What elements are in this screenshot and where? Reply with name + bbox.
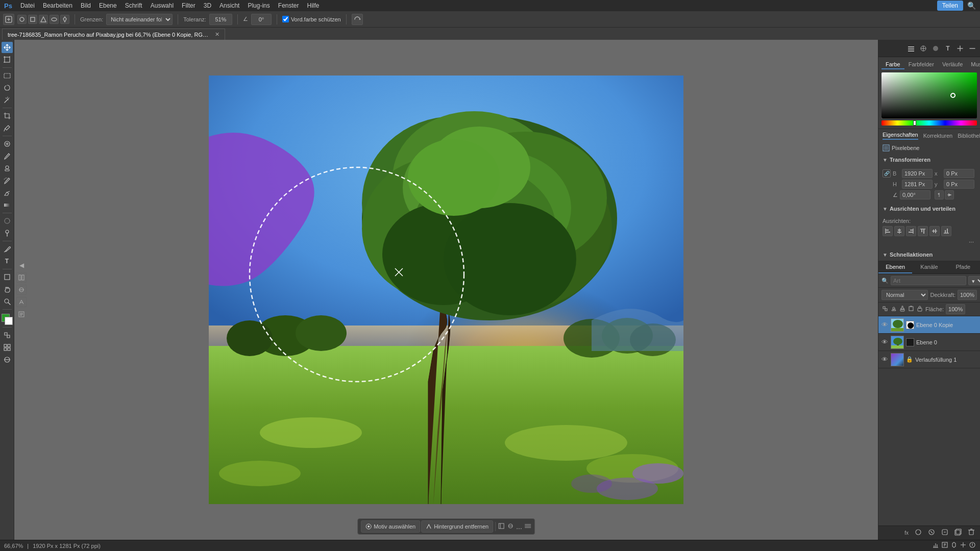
x-input[interactable] <box>944 169 974 178</box>
layer-delete-btn[interactable] <box>966 528 977 538</box>
tool-preset-picker[interactable] <box>3 14 14 25</box>
tool-hand[interactable] <box>2 284 13 295</box>
menu-auswahl[interactable]: Auswahl <box>151 2 174 9</box>
lock-all-btn[interactable] <box>916 305 923 313</box>
flip-v-btn[interactable] <box>945 190 954 199</box>
fill-input[interactable] <box>946 304 965 314</box>
align-center-h-btn[interactable] <box>894 226 904 236</box>
status-icon-2[interactable] <box>941 541 948 550</box>
flip-h-btn[interactable] <box>935 190 944 199</box>
refresh-icon[interactable] <box>352 14 363 25</box>
bottom-more[interactable]: ... <box>516 522 522 531</box>
panel-toggle-5[interactable] <box>16 309 27 319</box>
tool-history-brush[interactable] <box>2 175 13 186</box>
status-icon-4[interactable] <box>960 541 967 550</box>
tab-ebenen[interactable]: Ebenen <box>878 261 912 273</box>
tool-stamp[interactable] <box>2 163 13 174</box>
layer-fx-btn[interactable]: fx <box>902 529 911 537</box>
lock-transparent-btn[interactable] <box>881 305 889 313</box>
layer-visibility-2[interactable]: 👁 <box>881 338 889 346</box>
color-hue-bar[interactable] <box>881 120 977 126</box>
tool-spot-heal[interactable] <box>2 138 13 149</box>
align-center-v-btn[interactable] <box>929 226 940 236</box>
eigenschaften-tab[interactable]: Eigenschaften <box>883 132 918 140</box>
tool-zoom[interactable] <box>2 296 13 307</box>
layers-filter-select[interactable]: ▾ <box>968 276 980 285</box>
bottom-icon-1[interactable] <box>498 522 505 531</box>
bottom-icon-2[interactable] <box>507 522 514 531</box>
layer-item-verlauf[interactable]: 👁 🔒 <box>878 351 980 368</box>
tab-muster[interactable]: Muster <box>967 60 980 69</box>
layer-item-ebene0[interactable]: 👁 Ebene 0 <box>878 334 980 351</box>
tool-extra-1[interactable] <box>2 330 13 341</box>
panel-toggle-1[interactable]: ◀ <box>16 260 27 270</box>
tool-extra-2[interactable] <box>2 342 13 353</box>
brush-options-2[interactable] <box>28 15 37 24</box>
status-icon-1[interactable] <box>932 541 939 550</box>
toleranz-input[interactable] <box>209 14 232 25</box>
korrekturen-tab[interactable]: Korrekturen <box>920 133 955 139</box>
tool-eyedropper[interactable] <box>2 122 13 134</box>
tool-marquee[interactable] <box>2 70 13 81</box>
angle-transform-input[interactable] <box>900 190 930 199</box>
hintergrund-entfernen-button[interactable]: Hintergrund entfernen <box>421 520 493 533</box>
brush-options-1[interactable] <box>17 15 27 24</box>
layer-visibility-3[interactable]: 👁 <box>881 356 889 363</box>
angle-input[interactable] <box>251 14 272 25</box>
more-options-btn[interactable]: ··· <box>967 238 976 245</box>
grenzen-select[interactable]: Nicht aufeinander folg. <box>106 14 173 25</box>
panel-toggle-4[interactable] <box>16 297 27 307</box>
tab-farbfelder[interactable]: Farbfelder <box>904 60 938 69</box>
menu-filter[interactable]: Filter <box>182 2 195 9</box>
tab-pfade[interactable]: Pfade <box>946 261 980 273</box>
brush-options-5[interactable] <box>60 15 69 24</box>
align-left-btn[interactable] <box>883 226 893 236</box>
tab-kanaele[interactable]: Kanäle <box>912 261 946 273</box>
panel-icon-type[interactable]: T <box>942 43 953 54</box>
opacity-input[interactable] <box>958 290 977 300</box>
foreground-color[interactable] <box>2 314 13 325</box>
panel-icon-add[interactable] <box>954 43 966 54</box>
tool-gradient[interactable] <box>2 199 13 211</box>
tool-extra-3[interactable] <box>2 354 13 365</box>
tool-dodge[interactable] <box>2 228 13 239</box>
menu-hilfe[interactable]: Hilfe <box>307 2 319 9</box>
link-proportions-btn[interactable]: 🔗 <box>883 169 891 178</box>
tab-verlaeufe[interactable]: Verläufe <box>938 60 967 69</box>
document-tab[interactable]: tree-7186835_Ramon Perucho auf Pixabay.j… <box>2 29 225 40</box>
layer-adjust-btn[interactable] <box>926 528 937 538</box>
status-icon-3[interactable] <box>950 541 958 550</box>
menu-3d[interactable]: 3D <box>204 2 211 9</box>
tool-crop[interactable] <box>2 110 13 121</box>
vordfarbe-checkbox-container[interactable]: Vord.farbe schützen <box>282 16 341 22</box>
height-input[interactable] <box>902 180 933 189</box>
tool-lasso[interactable] <box>2 82 13 93</box>
quick-actions-header[interactable]: ▼ Schnellaktionen <box>878 248 980 261</box>
search-icon[interactable]: 🔍 <box>967 2 976 10</box>
menu-ansicht[interactable]: Ansicht <box>219 2 239 9</box>
tool-pen[interactable] <box>2 243 13 255</box>
brush-options-3[interactable] <box>39 15 48 24</box>
menu-fenster[interactable]: Fenster <box>278 2 299 9</box>
tool-shape[interactable] <box>2 271 13 283</box>
tool-magic-wand[interactable] <box>2 94 13 106</box>
bottom-icon-3[interactable] <box>524 522 531 531</box>
menu-bild[interactable]: Bild <box>81 2 91 9</box>
tool-artboard[interactable] <box>2 54 13 65</box>
lock-image-btn[interactable] <box>890 305 897 313</box>
status-icon-5[interactable] <box>969 541 976 550</box>
tool-move[interactable] <box>2 42 13 53</box>
panel-icon-settings[interactable] <box>967 43 978 54</box>
width-input[interactable] <box>902 169 933 178</box>
layer-new-btn[interactable] <box>952 528 964 538</box>
menu-datei[interactable]: Datei <box>20 2 35 9</box>
layer-visibility-1[interactable]: 👁 <box>881 321 889 329</box>
panel-icon-color[interactable] <box>918 43 929 54</box>
panel-toggle-3[interactable] <box>16 285 27 295</box>
tool-eraser[interactable] <box>2 187 13 198</box>
panel-icon-adjust[interactable] <box>930 43 941 54</box>
brush-options-4[interactable] <box>50 15 59 24</box>
tab-close-icon[interactable]: ✕ <box>215 31 219 38</box>
align-section-header[interactable]: ▼ Ausrichten und verteilen <box>878 203 980 215</box>
motiv-auswaehlen-button[interactable]: Motiv auswählen <box>361 520 420 533</box>
